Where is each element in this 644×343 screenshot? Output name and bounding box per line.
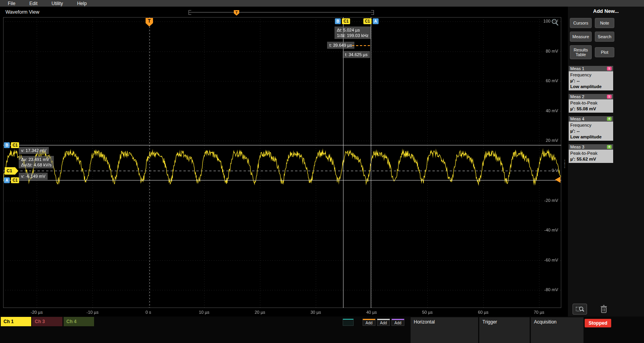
trigger-level-arrow[interactable]	[555, 177, 560, 183]
x-axis-label: 60 µs	[468, 310, 499, 315]
menu-bar: File Edit Utility Help	[0, 0, 644, 7]
acquisition-settings[interactable]: Acquisition	[531, 317, 584, 343]
measurement-status: Low amplitude	[570, 134, 612, 140]
results-panel: Add New... Cursors Note Measure Search R…	[568, 7, 644, 316]
overview-left-bracket[interactable]	[189, 10, 191, 15]
measurement-title: Meas 1	[570, 66, 584, 71]
note-button[interactable]: Note	[595, 18, 614, 28]
cursor-b-chips: B C1	[335, 18, 350, 24]
measurement-list: Meas 1 1 Frequency µ': -- Low amplitude …	[569, 66, 613, 166]
waveform-canvas[interactable]	[3, 17, 561, 308]
cursor-a-badge: A	[373, 18, 379, 24]
add-new-buttons: Cursors Note Measure Search Results Tabl…	[570, 18, 614, 59]
y-axis-label: 60 mV	[519, 78, 558, 83]
panel-drag-handle-icon[interactable]: ⋮⋮	[562, 160, 568, 168]
hcursor-b-badge: B	[4, 142, 10, 148]
measurement-card-meas3[interactable]: Meas 3 4 Peak-to-Peak µ': 55.62 mV	[569, 144, 613, 163]
trash-icon	[600, 305, 608, 313]
channel-1-badge[interactable]: Ch 1	[1, 317, 31, 326]
measurement-type: Frequency	[570, 72, 612, 78]
add-bus-button[interactable]: Add	[391, 319, 404, 326]
hcursor-a-chips: A C1	[4, 177, 19, 183]
measurement-card-meas4[interactable]: Meas 4 4 Frequency µ': -- Low amplitude	[569, 116, 613, 141]
cursor-a-source: C1	[363, 18, 372, 24]
hcursor-a-source: C1	[11, 177, 19, 183]
x-axis-label: 30 µs	[300, 310, 331, 315]
cursor-a-time-readout: t: 39.649 µs	[327, 42, 354, 49]
channel-4-badge[interactable]: Ch 4	[64, 317, 94, 326]
measurement-status: Low amplitude	[570, 84, 612, 90]
cursor-b-vertical[interactable]	[343, 17, 343, 308]
cursor-b-source: C1	[342, 18, 350, 24]
horizontal-settings[interactable]: Horizontal	[411, 317, 478, 343]
hcursor-a-badge: A	[4, 177, 10, 183]
measurement-card-meas2[interactable]: Meas 2 1 Peak-to-Peak µ': 55.08 mV	[569, 94, 613, 113]
overview-trigger-icon[interactable]: T	[234, 10, 239, 16]
inv-delta-t-value: 1/Δt: 199.03 kHz	[337, 33, 368, 38]
measurement-type: Frequency	[570, 122, 612, 128]
delta-t-value: Δt: 5.024 µs	[337, 27, 368, 33]
measurement-card-meas1[interactable]: Meas 1 1 Frequency µ': -- Low amplitude	[569, 66, 613, 90]
menu-file[interactable]: File	[8, 1, 15, 6]
add-ref-button[interactable]: Add	[377, 319, 390, 326]
menu-edit[interactable]: Edit	[29, 1, 37, 6]
cursor-a-vertical[interactable]	[371, 17, 371, 308]
measurement-mean: µ': 55.08 mV	[570, 106, 612, 112]
measurement-source-badge: 4	[607, 145, 612, 149]
x-axis-label: 70 µs	[523, 310, 555, 315]
hcursor-b-chips: B C1	[4, 142, 19, 148]
x-axis-label: 20 µs	[244, 310, 276, 315]
oscilloscope-app: File Edit Utility Help Waveform View T T…	[0, 0, 644, 343]
waveform-view: Waveform View T T B C1 C1 A Δt: 5.024 µs…	[0, 7, 568, 316]
magnifier-icon[interactable]	[551, 18, 559, 28]
measurement-title: Meas 3	[570, 145, 584, 149]
zoom-mode-button[interactable]	[573, 304, 587, 315]
cursors-button[interactable]: Cursors	[570, 18, 592, 28]
y-axis-label: -20 mV	[519, 198, 558, 203]
cursor-delta-v-readout: Δv: 23.491 mV Δv/Δt: 4.68 kV/s	[19, 156, 54, 168]
trigger-settings[interactable]: Trigger	[479, 317, 530, 343]
y-axis-label: 0 V	[519, 168, 558, 173]
hcursor-b-source: C1	[11, 142, 19, 148]
menu-help[interactable]: Help	[77, 1, 87, 6]
cursor-b-time-readout: t: 34.625 µs	[343, 51, 370, 58]
y-axis-label: 80 mV	[519, 49, 558, 53]
record-overview-bar[interactable]	[189, 12, 374, 12]
y-axis-label: -80 mV	[519, 287, 558, 292]
add-math-button[interactable]: Add	[363, 319, 375, 326]
overview-right-bracket[interactable]	[371, 10, 374, 15]
measure-button[interactable]: Measure	[570, 32, 592, 42]
x-axis-label: -20 µs	[21, 310, 52, 315]
math-widget[interactable]	[343, 319, 354, 326]
cursor-a-horizontal[interactable]	[3, 180, 561, 180]
y-axis-label: -60 mV	[519, 258, 558, 262]
dv-dt-value: Δv/Δt: 4.68 kV/s	[21, 162, 52, 168]
cursor-b-voltage-readout: v: 17.342 mV	[19, 147, 49, 154]
measurement-title: Meas 2	[570, 94, 584, 99]
x-axis-label: 0 s	[133, 310, 164, 315]
measurement-source-badge: 1	[607, 67, 612, 71]
trash-button[interactable]	[598, 304, 609, 315]
search-button[interactable]: Search	[595, 32, 614, 42]
x-axis-label: -10 µs	[77, 310, 108, 315]
menu-utility[interactable]: Utility	[52, 1, 63, 6]
cursor-delta-readout: Δt: 5.024 µs 1/Δt: 199.03 kHz	[334, 27, 371, 39]
x-axis-label: 40 µs	[356, 310, 387, 315]
measurement-mean: µ': 55.62 mV	[570, 156, 612, 162]
plot-button[interactable]: Plot	[595, 47, 614, 57]
measurement-title: Meas 4	[570, 117, 584, 121]
measurement-mean: µ': --	[570, 128, 612, 134]
results-table-button[interactable]: Results Table	[570, 45, 592, 59]
channel-3-badge[interactable]: Ch 3	[32, 317, 62, 326]
cursor-b-horizontal[interactable]	[3, 145, 561, 145]
x-axis-label: 10 µs	[189, 310, 220, 315]
measurement-mean: µ': --	[570, 78, 612, 84]
zoom-box-icon	[576, 306, 584, 313]
add-new-heading: Add New...	[568, 8, 644, 14]
y-axis-label: 40 mV	[519, 108, 558, 113]
measurement-type: Peak-to-Peak	[570, 150, 612, 156]
cursor-link-dashes	[352, 45, 370, 46]
x-axis-label: 50 µs	[412, 310, 443, 315]
acquisition-status-badge: Stopped	[585, 319, 611, 327]
measurement-type: Peak-to-Peak	[570, 100, 612, 106]
